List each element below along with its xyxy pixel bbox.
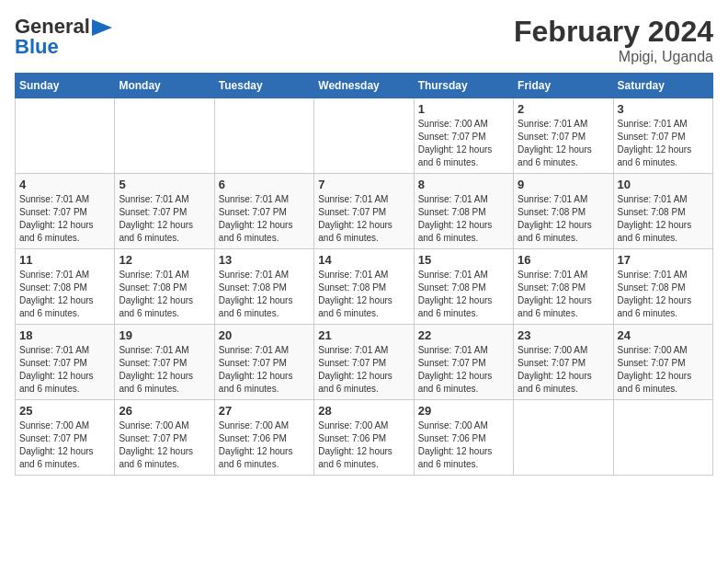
calendar-week-row: 1Sunrise: 7:00 AM Sunset: 7:07 PM Daylig… bbox=[16, 98, 713, 174]
day-info: Sunrise: 7:01 AM Sunset: 7:08 PM Dayligh… bbox=[19, 269, 110, 320]
day-number: 16 bbox=[518, 253, 609, 267]
day-number: 8 bbox=[418, 178, 509, 191]
svg-marker-0 bbox=[92, 19, 112, 36]
day-info: Sunrise: 7:01 AM Sunset: 7:07 PM Dayligh… bbox=[19, 344, 110, 396]
table-row bbox=[214, 98, 313, 174]
day-info: Sunrise: 7:00 AM Sunset: 7:06 PM Dayligh… bbox=[219, 419, 310, 471]
table-row: 4Sunrise: 7:01 AM Sunset: 7:07 PM Daylig… bbox=[16, 174, 115, 249]
day-info: Sunrise: 7:00 AM Sunset: 7:06 PM Dayligh… bbox=[418, 419, 509, 471]
day-info: Sunrise: 7:01 AM Sunset: 7:08 PM Dayligh… bbox=[418, 269, 509, 320]
table-row: 23Sunrise: 7:00 AM Sunset: 7:07 PM Dayli… bbox=[514, 325, 613, 400]
day-info: Sunrise: 7:01 AM Sunset: 7:07 PM Dayligh… bbox=[119, 344, 210, 396]
col-tuesday: Tuesday bbox=[214, 74, 313, 98]
table-row: 2Sunrise: 7:01 AM Sunset: 7:07 PM Daylig… bbox=[514, 98, 613, 174]
day-info: Sunrise: 7:00 AM Sunset: 7:07 PM Dayligh… bbox=[19, 419, 110, 471]
calendar-week-row: 11Sunrise: 7:01 AM Sunset: 7:08 PM Dayli… bbox=[16, 249, 713, 325]
table-row bbox=[16, 98, 115, 174]
day-number: 11 bbox=[19, 253, 110, 267]
day-info: Sunrise: 7:00 AM Sunset: 7:07 PM Dayligh… bbox=[418, 118, 509, 169]
day-info: Sunrise: 7:01 AM Sunset: 7:08 PM Dayligh… bbox=[518, 193, 609, 245]
table-row: 5Sunrise: 7:01 AM Sunset: 7:07 PM Daylig… bbox=[115, 174, 214, 249]
table-row: 17Sunrise: 7:01 AM Sunset: 7:08 PM Dayli… bbox=[613, 249, 712, 325]
day-number: 22 bbox=[418, 328, 509, 342]
day-number: 2 bbox=[518, 102, 609, 116]
day-number: 17 bbox=[618, 253, 709, 267]
day-number: 29 bbox=[418, 404, 509, 418]
day-info: Sunrise: 7:01 AM Sunset: 7:08 PM Dayligh… bbox=[219, 269, 310, 320]
table-row: 1Sunrise: 7:00 AM Sunset: 7:07 PM Daylig… bbox=[414, 98, 513, 174]
day-info: Sunrise: 7:00 AM Sunset: 7:06 PM Dayligh… bbox=[318, 419, 409, 471]
day-number: 1 bbox=[418, 102, 509, 116]
location-subtitle: Mpigi, Uganda bbox=[514, 49, 713, 65]
col-sunday: Sunday bbox=[16, 74, 115, 98]
table-row: 18Sunrise: 7:01 AM Sunset: 7:07 PM Dayli… bbox=[16, 325, 115, 400]
day-number: 15 bbox=[418, 253, 509, 267]
title-area: February 2024 Mpigi, Uganda bbox=[514, 15, 713, 65]
day-number: 5 bbox=[119, 178, 210, 191]
day-number: 27 bbox=[219, 404, 310, 418]
table-row: 24Sunrise: 7:00 AM Sunset: 7:07 PM Dayli… bbox=[613, 325, 712, 400]
day-info: Sunrise: 7:01 AM Sunset: 7:08 PM Dayligh… bbox=[618, 269, 709, 320]
table-row bbox=[514, 400, 613, 476]
table-row: 19Sunrise: 7:01 AM Sunset: 7:07 PM Dayli… bbox=[115, 325, 214, 400]
table-row: 28Sunrise: 7:00 AM Sunset: 7:06 PM Dayli… bbox=[314, 400, 414, 476]
day-number: 24 bbox=[618, 328, 709, 342]
day-info: Sunrise: 7:01 AM Sunset: 7:07 PM Dayligh… bbox=[318, 344, 409, 396]
day-info: Sunrise: 7:01 AM Sunset: 7:07 PM Dayligh… bbox=[418, 344, 509, 396]
table-row: 25Sunrise: 7:00 AM Sunset: 7:07 PM Dayli… bbox=[16, 400, 115, 476]
calendar-week-row: 25Sunrise: 7:00 AM Sunset: 7:07 PM Dayli… bbox=[16, 400, 713, 476]
table-row: 10Sunrise: 7:01 AM Sunset: 7:08 PM Dayli… bbox=[613, 174, 712, 249]
table-row: 12Sunrise: 7:01 AM Sunset: 7:08 PM Dayli… bbox=[115, 249, 214, 325]
day-number: 28 bbox=[318, 404, 409, 418]
logo: General Blue bbox=[15, 15, 112, 59]
logo-arrow-icon bbox=[92, 19, 112, 36]
day-info: Sunrise: 7:01 AM Sunset: 7:07 PM Dayligh… bbox=[318, 193, 409, 245]
day-number: 3 bbox=[618, 102, 709, 116]
day-info: Sunrise: 7:01 AM Sunset: 7:07 PM Dayligh… bbox=[618, 118, 709, 169]
day-number: 25 bbox=[19, 404, 110, 418]
calendar-header-row: Sunday Monday Tuesday Wednesday Thursday… bbox=[16, 74, 713, 98]
day-number: 19 bbox=[119, 328, 210, 342]
table-row: 26Sunrise: 7:00 AM Sunset: 7:07 PM Dayli… bbox=[115, 400, 214, 476]
day-info: Sunrise: 7:01 AM Sunset: 7:07 PM Dayligh… bbox=[219, 344, 310, 396]
col-monday: Monday bbox=[115, 74, 214, 98]
col-saturday: Saturday bbox=[613, 74, 712, 98]
col-friday: Friday bbox=[514, 74, 613, 98]
day-number: 6 bbox=[219, 178, 310, 191]
day-number: 7 bbox=[318, 178, 409, 191]
day-number: 26 bbox=[119, 404, 210, 418]
day-number: 13 bbox=[219, 253, 310, 267]
table-row: 13Sunrise: 7:01 AM Sunset: 7:08 PM Dayli… bbox=[214, 249, 313, 325]
day-number: 21 bbox=[318, 328, 409, 342]
table-row: 15Sunrise: 7:01 AM Sunset: 7:08 PM Dayli… bbox=[414, 249, 513, 325]
day-info: Sunrise: 7:00 AM Sunset: 7:07 PM Dayligh… bbox=[518, 344, 609, 396]
day-number: 9 bbox=[518, 178, 609, 191]
table-row: 9Sunrise: 7:01 AM Sunset: 7:08 PM Daylig… bbox=[514, 174, 613, 249]
day-number: 20 bbox=[219, 328, 310, 342]
table-row: 22Sunrise: 7:01 AM Sunset: 7:07 PM Dayli… bbox=[414, 325, 513, 400]
day-info: Sunrise: 7:00 AM Sunset: 7:07 PM Dayligh… bbox=[119, 419, 210, 471]
calendar-week-row: 18Sunrise: 7:01 AM Sunset: 7:07 PM Dayli… bbox=[16, 325, 713, 400]
calendar-table: Sunday Monday Tuesday Wednesday Thursday… bbox=[15, 73, 713, 476]
calendar-week-row: 4Sunrise: 7:01 AM Sunset: 7:07 PM Daylig… bbox=[16, 174, 713, 249]
day-info: Sunrise: 7:00 AM Sunset: 7:07 PM Dayligh… bbox=[618, 344, 709, 396]
table-row: 27Sunrise: 7:00 AM Sunset: 7:06 PM Dayli… bbox=[214, 400, 313, 476]
day-number: 10 bbox=[618, 178, 709, 191]
col-thursday: Thursday bbox=[414, 74, 513, 98]
table-row: 29Sunrise: 7:00 AM Sunset: 7:06 PM Dayli… bbox=[414, 400, 513, 476]
day-info: Sunrise: 7:01 AM Sunset: 7:08 PM Dayligh… bbox=[518, 269, 609, 320]
day-info: Sunrise: 7:01 AM Sunset: 7:07 PM Dayligh… bbox=[219, 193, 310, 245]
table-row bbox=[115, 98, 214, 174]
table-row: 8Sunrise: 7:01 AM Sunset: 7:08 PM Daylig… bbox=[414, 174, 513, 249]
table-row: 3Sunrise: 7:01 AM Sunset: 7:07 PM Daylig… bbox=[613, 98, 712, 174]
day-number: 4 bbox=[19, 178, 110, 191]
table-row bbox=[314, 98, 414, 174]
page-header: General Blue February 2024 Mpigi, Uganda bbox=[15, 15, 713, 65]
day-number: 18 bbox=[19, 328, 110, 342]
day-info: Sunrise: 7:01 AM Sunset: 7:07 PM Dayligh… bbox=[19, 193, 110, 245]
day-info: Sunrise: 7:01 AM Sunset: 7:07 PM Dayligh… bbox=[518, 118, 609, 169]
day-info: Sunrise: 7:01 AM Sunset: 7:08 PM Dayligh… bbox=[418, 193, 509, 245]
table-row: 21Sunrise: 7:01 AM Sunset: 7:07 PM Dayli… bbox=[314, 325, 414, 400]
table-row: 14Sunrise: 7:01 AM Sunset: 7:08 PM Dayli… bbox=[314, 249, 414, 325]
day-info: Sunrise: 7:01 AM Sunset: 7:08 PM Dayligh… bbox=[119, 269, 210, 320]
